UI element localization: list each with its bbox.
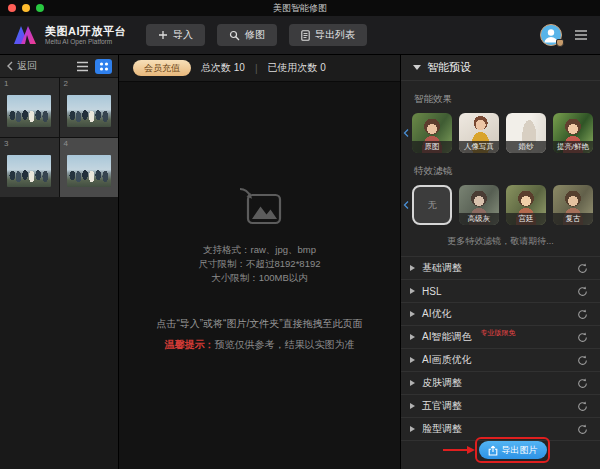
carousel-left-icon[interactable] bbox=[403, 201, 409, 210]
reset-icon[interactable] bbox=[577, 309, 588, 320]
section-label: AI智能调色 bbox=[422, 330, 471, 344]
section-label: 脸型调整 bbox=[422, 422, 462, 436]
photo-thumbnail bbox=[67, 95, 111, 127]
reset-icon[interactable] bbox=[577, 355, 588, 366]
effect-label: 人像写真 bbox=[459, 141, 499, 153]
red-highlight-box: 导出图片 bbox=[475, 437, 550, 463]
filters-carousel: 无 高级灰 宫廷 复古 bbox=[412, 185, 600, 225]
import-image-icon bbox=[237, 186, 283, 228]
brand: 美图AI开放平台 Meitu AI Open Platform bbox=[12, 22, 126, 48]
tip-prefix: 温馨提示： bbox=[165, 339, 215, 350]
preset-header[interactable]: 智能预设 bbox=[401, 55, 600, 81]
filters-label: 特效滤镜 bbox=[414, 165, 600, 178]
list-view-button[interactable] bbox=[74, 59, 91, 74]
drop-hint-text: 点击“导入”或将“图片/文件夹”直接拖拽至此页面 bbox=[119, 317, 400, 331]
section-basic-adjust[interactable]: 基础调整 bbox=[401, 257, 600, 280]
app-window: 美图智能修图 美图AI开放平台 Meitu AI Open Platform bbox=[0, 0, 600, 469]
chevron-right-icon bbox=[410, 265, 415, 271]
retouch-button[interactable]: 修图 bbox=[217, 24, 277, 46]
window-controls bbox=[8, 4, 44, 12]
photo-index: 2 bbox=[64, 79, 68, 88]
reset-icon[interactable] bbox=[577, 424, 588, 435]
photo-thumbnail bbox=[7, 155, 51, 187]
export-area: 导出图片 bbox=[401, 437, 600, 464]
size-limit-text: 大小限制：100MB以内 bbox=[119, 272, 400, 285]
section-ai-color[interactable]: AI智能调色 专业版限免 bbox=[401, 326, 600, 349]
photo-cell-1[interactable]: 1 bbox=[0, 78, 59, 137]
filter-label: 高级灰 bbox=[459, 213, 499, 225]
effect-label: 婚纱 bbox=[506, 141, 546, 153]
back-button[interactable]: 返回 bbox=[17, 59, 37, 73]
section-hsl[interactable]: HSL bbox=[401, 280, 600, 303]
photo-thumbnail bbox=[7, 95, 51, 127]
member-recharge-button[interactable]: 会员充值 bbox=[133, 60, 191, 76]
back-chevron-icon[interactable] bbox=[6, 61, 13, 71]
effect-thumb-portrait[interactable]: 人像写真 bbox=[459, 113, 499, 153]
export-image-button-label: 导出图片 bbox=[502, 444, 538, 457]
chevron-right-icon bbox=[410, 311, 415, 317]
minimize-window-button[interactable] bbox=[22, 4, 30, 12]
section-label: AI优化 bbox=[422, 307, 451, 321]
reset-icon[interactable] bbox=[577, 401, 588, 412]
import-button[interactable]: 导入 bbox=[146, 24, 205, 46]
effect-thumb-brighten[interactable]: 提亮/鲜艳 bbox=[553, 113, 593, 153]
reset-icon[interactable] bbox=[577, 286, 588, 297]
photo-index: 1 bbox=[4, 79, 8, 88]
menu-icon[interactable] bbox=[574, 30, 588, 40]
effect-thumb-wedding[interactable]: 婚纱 bbox=[506, 113, 546, 153]
brand-text: 美图AI开放平台 Meitu AI Open Platform bbox=[45, 25, 126, 45]
preset-header-label: 智能预设 bbox=[427, 60, 471, 75]
photo-list-filler bbox=[0, 197, 118, 469]
photo-index: 3 bbox=[4, 139, 8, 148]
used-count: 已使用次数 0 bbox=[268, 61, 326, 75]
export-list-button[interactable]: 导出列表 bbox=[289, 24, 367, 46]
export-list-button-label: 导出列表 bbox=[315, 28, 355, 42]
carousel-left-icon[interactable] bbox=[403, 129, 409, 138]
chevron-right-icon bbox=[410, 334, 415, 340]
filter-none-selected[interactable]: 无 bbox=[412, 185, 452, 225]
list-view-icon bbox=[76, 61, 89, 72]
smart-effects-label: 智能效果 bbox=[414, 93, 600, 106]
reset-icon[interactable] bbox=[577, 263, 588, 274]
smart-effects-carousel: 原图 人像写真 婚纱 提亮/鲜艳 bbox=[412, 113, 600, 153]
photo-cell-3[interactable]: 3 bbox=[0, 138, 59, 197]
filter-thumb-retro[interactable]: 复古 bbox=[553, 185, 593, 225]
export-image-button[interactable]: 导出图片 bbox=[479, 441, 547, 459]
chevron-down-icon bbox=[413, 65, 421, 70]
tip-body: 预览仅供参考，结果以实图为准 bbox=[215, 339, 355, 350]
count-divider: | bbox=[255, 63, 258, 74]
vip-badge-icon bbox=[556, 39, 564, 47]
adjustment-sections: 基础调整 HSL AI优化 bbox=[401, 256, 600, 441]
chevron-right-icon bbox=[410, 403, 415, 409]
photo-list-panel: 返回 1 bbox=[0, 55, 119, 469]
photo-cell-2[interactable]: 2 bbox=[60, 78, 119, 137]
filter-thumb-palace[interactable]: 宫廷 bbox=[506, 185, 546, 225]
dimension-limit-text: 尺寸限制：不超过8192*8192 bbox=[119, 258, 400, 271]
grid-view-button[interactable] bbox=[95, 59, 112, 74]
pro-free-badge: 专业版限免 bbox=[480, 328, 515, 338]
section-skin-adjust[interactable]: 皮肤调整 bbox=[401, 372, 600, 395]
section-facial-features[interactable]: 五官调整 bbox=[401, 395, 600, 418]
user-avatar[interactable] bbox=[540, 24, 562, 46]
section-label: HSL bbox=[422, 286, 441, 297]
chevron-right-icon bbox=[410, 357, 415, 363]
photo-cell-4-selected[interactable]: 4 bbox=[60, 138, 119, 197]
drop-zone[interactable]: 支持格式：raw、jpg、bmp 尺寸限制：不超过8192*8192 大小限制：… bbox=[119, 82, 400, 469]
filter-thumb-advanced-gray[interactable]: 高级灰 bbox=[459, 185, 499, 225]
effect-label: 提亮/鲜艳 bbox=[553, 141, 593, 153]
section-ai-optimize[interactable]: AI优化 bbox=[401, 303, 600, 326]
reset-icon[interactable] bbox=[577, 332, 588, 343]
effect-thumb-original[interactable]: 原图 bbox=[412, 113, 452, 153]
section-ai-quality[interactable]: AI画质优化 bbox=[401, 349, 600, 372]
quota-bar: 会员充值 总次数 10 | 已使用次数 0 bbox=[119, 55, 400, 82]
chevron-right-icon bbox=[410, 426, 415, 432]
filter-label: 宫廷 bbox=[506, 213, 546, 225]
close-window-button[interactable] bbox=[8, 4, 16, 12]
reset-icon[interactable] bbox=[577, 378, 588, 389]
format-limit-text: 支持格式：raw、jpg、bmp bbox=[119, 244, 400, 257]
meitu-logo-icon bbox=[12, 22, 38, 48]
brand-name: 美图AI开放平台 bbox=[45, 25, 126, 38]
filter-label: 复古 bbox=[553, 213, 593, 225]
zoom-window-button[interactable] bbox=[36, 4, 44, 12]
photo-index: 4 bbox=[64, 139, 68, 148]
